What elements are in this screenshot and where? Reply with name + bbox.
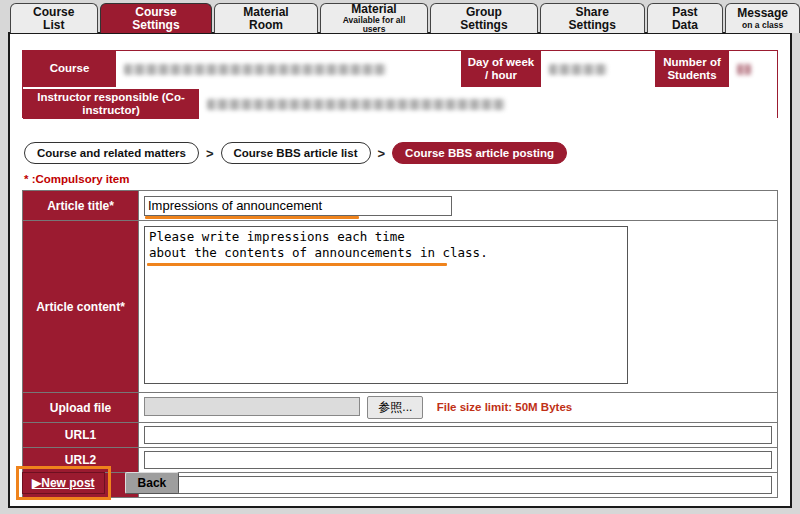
number-of-students-cell (731, 51, 777, 87)
day-of-week-redacted (549, 64, 607, 75)
tab-label: Past Data (659, 6, 712, 31)
article-form: Article title* Article content* Please w… (22, 190, 778, 498)
main-panel: Course Day of week / hour Number of Stud… (8, 32, 792, 508)
day-of-week-label: Day of week / hour (461, 51, 543, 87)
breadcrumb-course-related[interactable]: Course and related matters (24, 142, 199, 164)
article-title-cell (139, 191, 778, 221)
tab-label: Material (351, 3, 396, 16)
url1-row: URL1 (23, 423, 778, 448)
article-content-label: Article content* (23, 221, 139, 393)
annotation-underline-title (145, 216, 359, 219)
course-name-cell (118, 51, 461, 87)
article-content-row: Article content* Please write impression… (23, 221, 778, 393)
new-post-button[interactable]: ▶New post (22, 472, 105, 494)
article-content-textarea[interactable]: Please write impressions each time about… (144, 226, 628, 384)
upload-file-row: Upload file 参照... File size limit: 50M B… (23, 393, 778, 423)
tab-label: Course List (22, 6, 86, 31)
course-info-row-2: Instructor responsible (Co-instructor) (23, 87, 777, 117)
tab-label: Material Room (226, 6, 306, 31)
tab-label: Course Settings (112, 6, 201, 31)
day-of-week-cell (543, 51, 655, 87)
annotation-underline-content (147, 263, 447, 266)
instructor-cell (201, 89, 777, 119)
url1-input[interactable] (144, 426, 772, 444)
number-of-students-label: Number of Students (655, 51, 731, 87)
upload-file-cell: 参照... File size limit: 50M Bytes (139, 393, 778, 423)
breadcrumb-separator: > (378, 146, 386, 161)
article-title-row: Article title* (23, 191, 778, 221)
breadcrumb-separator: > (206, 146, 214, 161)
tab-course-list[interactable]: Course List (10, 3, 98, 33)
breadcrumb-bbs-article-posting: Course BBS article posting (392, 142, 567, 164)
number-of-students-redacted (737, 64, 751, 75)
compulsory-note: * :Compulsory item (24, 173, 129, 185)
tab-share-settings[interactable]: Share Settings (540, 3, 645, 33)
tab-message[interactable]: Message on a class (725, 3, 800, 33)
tab-group-settings[interactable]: Group Settings (430, 3, 537, 33)
url3-cell (139, 473, 778, 498)
file-size-note: File size limit: 50M Bytes (437, 401, 573, 413)
article-content-cell: Please write impressions each time about… (139, 221, 778, 393)
url2-input[interactable] (144, 451, 772, 469)
breadcrumb: Course and related matters > Course BBS … (24, 142, 567, 164)
tab-label: Group Settings (442, 6, 525, 31)
tab-bar: Course List Course Settings Material Roo… (10, 3, 800, 33)
upload-file-label: Upload file (23, 393, 139, 423)
tab-sublabel: on a class (742, 21, 783, 30)
url1-cell (139, 423, 778, 448)
tab-material-room[interactable]: Material Room (214, 3, 318, 33)
tab-label: Share Settings (552, 6, 633, 31)
breadcrumb-bbs-article-list[interactable]: Course BBS article list (221, 142, 371, 164)
back-button[interactable]: Back (125, 472, 180, 494)
tab-material[interactable]: Material Available for all users (320, 3, 428, 33)
course-name-redacted (124, 64, 386, 75)
instructor-label: Instructor responsible (Co-instructor) (23, 89, 201, 119)
tab-course-settings[interactable]: Course Settings (100, 3, 213, 33)
instructor-redacted (207, 99, 505, 110)
tab-past-data[interactable]: Past Data (647, 3, 724, 33)
url1-label: URL1 (23, 423, 139, 448)
tab-sublabel: Available for all users (332, 16, 416, 34)
article-title-label: Article title* (23, 191, 139, 221)
browse-button[interactable]: 参照... (367, 396, 423, 419)
upload-file-input[interactable] (144, 397, 360, 416)
tab-label: Message (737, 7, 788, 20)
url3-input[interactable] (144, 476, 772, 494)
course-label: Course (23, 51, 118, 87)
url2-cell (139, 448, 778, 473)
article-title-input[interactable] (144, 196, 452, 216)
annotation-box-new-post: ▶New post (16, 466, 111, 500)
form-actions: ▶New post Back (16, 466, 179, 500)
course-info-table: Course Day of week / hour Number of Stud… (22, 50, 778, 118)
course-info-row-1: Course Day of week / hour Number of Stud… (23, 51, 777, 87)
